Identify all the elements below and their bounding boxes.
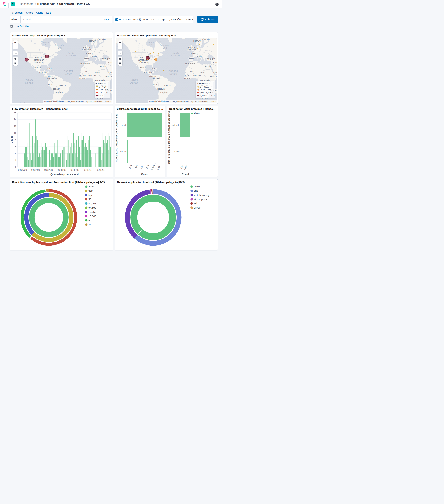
svg-text:6: 6	[15, 145, 17, 148]
svg-text:00:37:30: 00:37:30	[44, 169, 53, 171]
svg-text:South: South	[124, 102, 130, 103]
svg-text:Hudson: Hudson	[146, 41, 154, 43]
svg-text:AMERICA: AMERICA	[34, 62, 43, 64]
svg-text:2: 2	[15, 159, 17, 162]
svg-text:CUBA: CUBA	[152, 68, 157, 70]
svg-text:GUATEMALA: GUATEMALA	[38, 71, 49, 73]
svg-text:54,859: 54,859	[88, 206, 96, 209]
svg-text:Atlantic: Atlantic	[64, 69, 73, 72]
svg-text:COLOMBIA: COLOMBIA	[152, 77, 162, 79]
svg-text:200: 200	[129, 165, 133, 169]
svg-text:ETHIOPIA: ETHIOPIA	[104, 75, 112, 77]
svg-text:Bay: Bay	[43, 43, 47, 46]
svg-text:palo_alto.pan_os.destination.z: palo_alto.pan_os.destination.zone: Desce…	[168, 111, 170, 164]
svg-text:allow: allow	[194, 185, 200, 188]
svg-text:BOLIVIA: BOLIVIA	[157, 88, 165, 90]
svg-text:MEXICO: MEXICO	[139, 67, 146, 69]
svg-text:Norda: Norda	[173, 52, 179, 54]
svg-text:14: 14	[14, 118, 17, 121]
svg-text:PARAGUAY: PARAGUAY	[54, 91, 64, 93]
svg-text:00:37:00: 00:37:00	[31, 169, 40, 171]
svg-text:12: 12	[14, 125, 17, 127]
svg-text:4: 4	[15, 152, 17, 155]
svg-text:MOROCCO: MOROCCO	[185, 62, 195, 64]
svg-text:00:39:00: 00:39:00	[84, 169, 92, 171]
svg-text:Count: Count	[182, 173, 189, 176]
svg-text:Ocean: Ocean	[64, 72, 72, 75]
svg-text:1,000: 1,000	[183, 165, 188, 171]
svg-text:1,000: 1,000	[151, 165, 155, 171]
svg-text:BOLIVIA: BOLIVIA	[52, 88, 60, 90]
svg-text:40,001: 40,001	[88, 202, 96, 205]
svg-text:Hudson: Hudson	[41, 41, 49, 43]
svg-text:Labrador: Labrador	[160, 44, 170, 46]
svg-text:PARAGUAY: PARAGUAY	[158, 91, 169, 93]
svg-text:FINLAND: FINLAND	[203, 38, 210, 40]
svg-text:NORWAY: NORWAY	[88, 40, 96, 42]
svg-text:untrust: untrust	[172, 124, 179, 126]
svg-text:Sea: Sea	[58, 46, 62, 49]
svg-text:ETHIOPIA: ETHIOPIA	[209, 75, 217, 77]
svg-text:FRANCE: FRANCE	[86, 52, 93, 54]
svg-text:ITALY: ITALY	[197, 55, 202, 57]
svg-text:allow: allow	[194, 112, 200, 115]
svg-text:dns: dns	[194, 189, 198, 192]
svg-text:trust: trust	[121, 124, 126, 126]
svg-text:UNITED: UNITED	[83, 46, 90, 48]
svg-text:800: 800	[146, 165, 150, 169]
svg-text:SPAIN: SPAIN	[188, 57, 194, 59]
svg-text:COLOMBIA: COLOMBIA	[47, 77, 57, 79]
svg-text:SIERRA: SIERRA	[184, 74, 191, 76]
svg-text:trust: trust	[174, 150, 179, 153]
svg-text:udp: udp	[88, 189, 93, 192]
svg-text:Norda: Norda	[68, 52, 74, 54]
svg-text:00:39:30: 00:39:30	[97, 169, 105, 171]
svg-text:MALI: MALI	[85, 70, 89, 72]
svg-text:South: South	[19, 102, 25, 103]
svg-text:PANAMA: PANAMA	[150, 75, 157, 77]
svg-text:00:38:00: 00:38:00	[57, 169, 66, 171]
svg-text:Bay: Bay	[148, 43, 152, 46]
svg-text:BRAZIL: BRAZIL	[164, 84, 171, 86]
svg-text:Count: Count	[10, 136, 13, 144]
svg-text:untrust: untrust	[119, 150, 126, 153]
svg-text:web-browsing: web-browsing	[194, 194, 209, 196]
svg-text:Ocean: Ocean	[169, 72, 177, 75]
svg-text:400: 400	[135, 165, 138, 169]
svg-text:STATES OF: STATES OF	[34, 59, 44, 61]
svg-text:FINLAND: FINLAND	[98, 38, 105, 40]
svg-text:KINGDOM: KINGDOM	[187, 49, 196, 51]
svg-text:Sea: Sea	[163, 46, 167, 49]
svg-text:MALI: MALI	[189, 70, 194, 72]
svg-text:tcp: tcp	[88, 194, 92, 196]
svg-text:SPAIN: SPAIN	[84, 57, 89, 59]
svg-text:NIGERIA: NIGERIA	[193, 74, 201, 76]
svg-text:FRANCE: FRANCE	[191, 52, 198, 54]
svg-text:80: 80	[88, 219, 91, 222]
svg-text:YEMEN: YEMEN	[213, 71, 217, 73]
svg-text:1,200: 1,200	[156, 165, 161, 171]
svg-text:skype-probe: skype-probe	[194, 198, 208, 200]
svg-text:500: 500	[180, 165, 184, 169]
svg-text:13,069: 13,069	[88, 215, 96, 217]
svg-text:EGYPT: EGYPT	[100, 65, 106, 67]
svg-text:CHAD: CHAD	[200, 71, 205, 73]
svg-text:NIGERIA: NIGERIA	[88, 74, 96, 76]
svg-text:ITALY: ITALY	[92, 55, 97, 57]
svg-text:@timestamp per second: @timestamp per second	[50, 173, 78, 176]
svg-text:Ocean: Ocean	[25, 81, 33, 84]
svg-text:allow: allow	[88, 185, 94, 188]
svg-text:0: 0	[15, 166, 17, 168]
svg-text:Pacific: Pacific	[25, 78, 33, 81]
svg-text:Labrador: Labrador	[55, 44, 65, 46]
svg-text:IRAQ: IRAQ	[108, 62, 112, 64]
svg-text:Atlantic: Atlantic	[169, 69, 178, 72]
svg-text:Count: Count	[141, 173, 148, 176]
svg-text:TURKEY: TURKEY	[102, 58, 110, 60]
svg-text:IRAQ: IRAQ	[213, 62, 217, 64]
svg-text:MOROCCO: MOROCCO	[80, 62, 90, 64]
svg-text:53: 53	[88, 198, 91, 200]
svg-text:Pacific: Pacific	[130, 78, 138, 81]
svg-text:PERU: PERU	[48, 84, 53, 86]
svg-text:Atlantiko: Atlantiko	[66, 54, 75, 57]
